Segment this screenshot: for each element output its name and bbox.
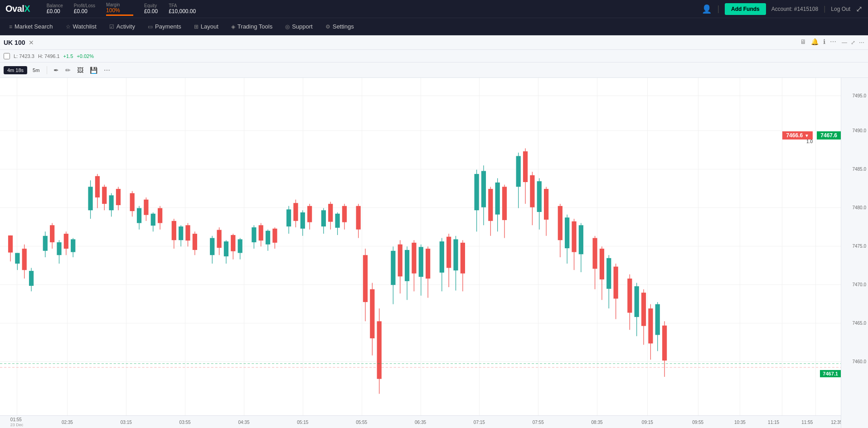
bid-label: 7466.6 ▼ (782, 131, 813, 139)
sidebar-item-market-search[interactable]: ≡ Market Search (4, 20, 58, 33)
time-label-0: 01:5523 Dec (10, 417, 24, 427)
user-icon[interactable]: 👤 (702, 4, 712, 14)
draw-tool-button[interactable]: ✏ (63, 66, 73, 75)
top-header: OvalX Balance £0.00 Profit/Loss £0.00 Ma… (0, 0, 868, 18)
chart-minimize-button[interactable]: — (842, 39, 847, 46)
svg-rect-87 (377, 321, 382, 379)
margin-stat: Margin 100% (106, 2, 133, 16)
price-7490: 7490.0 (852, 128, 866, 133)
chart-corner-controls: 🖥 🔔 ℹ ⋯ (800, 38, 836, 45)
svg-rect-93 (405, 250, 409, 281)
price-7495: 7495.0 (852, 93, 866, 98)
chart-close-button[interactable]: ✕ (29, 39, 34, 46)
svg-rect-135 (579, 225, 583, 254)
sidebar-item-payments[interactable]: ▭ Payments (142, 20, 187, 33)
timeframe-5m-button[interactable]: 5m (30, 66, 42, 74)
chart-bell-icon[interactable]: 🔔 (811, 38, 819, 45)
svg-rect-105 (453, 239, 458, 270)
svg-rect-89 (391, 251, 395, 285)
svg-rect-33 (144, 200, 148, 215)
svg-rect-121 (523, 151, 528, 182)
svg-rect-141 (606, 258, 611, 289)
layout-icon: ⊞ (194, 24, 199, 30)
price-7475: 7475.0 (852, 244, 866, 249)
svg-rect-151 (648, 308, 653, 343)
time-label-12: 09:55 (692, 419, 703, 424)
chart-more-icon[interactable]: ⋯ (830, 38, 836, 45)
chart-info-icon[interactable]: ℹ (823, 38, 825, 45)
save-tool-button[interactable]: 💾 (88, 66, 99, 75)
chart-symbol: UK 100 (4, 39, 25, 46)
svg-rect-77 (335, 214, 339, 228)
chart-maximize-button[interactable]: ⤢ (851, 39, 855, 46)
chart-toolbar: 4m 18s 5m ✒ ✏ 🖼 💾 ⋯ (0, 63, 868, 78)
more-tools-button[interactable]: ⋯ (102, 66, 112, 75)
chart-more-button[interactable]: ⋯ (859, 39, 864, 46)
svg-rect-61 (266, 231, 270, 244)
image-tool-button[interactable]: 🖼 (75, 66, 85, 75)
svg-rect-133 (572, 221, 576, 252)
activity-icon: ☑ (109, 24, 114, 30)
chart-monitor-icon[interactable]: 🖥 (800, 38, 806, 45)
header-separator: | (717, 4, 719, 14)
svg-rect-5 (22, 249, 27, 270)
svg-rect-97 (419, 247, 423, 277)
svg-rect-13 (57, 242, 61, 255)
logout-button[interactable]: Log Out (831, 6, 850, 12)
balance-label: Balance (47, 3, 63, 8)
svg-rect-99 (426, 249, 430, 279)
price-7465: 7465.0 (852, 321, 866, 326)
margin-label: Margin (106, 2, 120, 7)
time-label-2: 03:15 (121, 419, 132, 424)
svg-rect-21 (95, 176, 100, 197)
svg-rect-59 (259, 225, 263, 240)
margin-value: 100% (106, 7, 120, 14)
time-label-15: 11:55 (801, 419, 813, 424)
chart-visible-checkbox[interactable] (4, 53, 10, 59)
add-funds-button[interactable]: Add Funds (725, 3, 766, 15)
svg-rect-131 (565, 217, 569, 248)
support-label: Support (292, 23, 313, 30)
svg-rect-37 (158, 208, 162, 223)
ask-price: 7467.6 (820, 132, 837, 139)
balance-stat: Balance £0.00 (47, 3, 63, 14)
sidebar-item-watchlist[interactable]: ☆ Watchlist (60, 20, 102, 33)
svg-rect-123 (530, 175, 534, 207)
svg-rect-41 (179, 226, 183, 240)
support-icon: ◎ (285, 24, 290, 30)
time-label-4: 04:35 (238, 419, 249, 424)
svg-rect-119 (516, 156, 521, 187)
sidebar-item-settings[interactable]: ⚙ Settings (320, 20, 359, 33)
svg-rect-43 (185, 225, 190, 240)
sidebar-item-support[interactable]: ◎ Support (280, 20, 318, 33)
svg-rect-147 (635, 286, 639, 317)
chart-canvas-area[interactable]: .candle-bull { fill: #26a69a; } .candle-… (0, 78, 841, 428)
tfa-value: £10,000.00 (169, 8, 196, 14)
sidebar-item-layout[interactable]: ⊞ Layout (189, 20, 224, 33)
price-7480: 7480.0 (852, 205, 866, 210)
chart-subtitle: L: 7423.3 H: 7496.1 +1.5 +0.02% 🖥 🔔 ℹ ⋯ (0, 50, 868, 63)
sidebar-item-activity[interactable]: ☑ Activity (104, 20, 141, 33)
margin-bar-fill (106, 14, 133, 16)
time-label-14: 11:15 (768, 419, 779, 424)
pen-tool-button[interactable]: ✒ (52, 66, 61, 75)
time-label-11: 09:15 (642, 419, 653, 424)
ask-label: 7467.6 (817, 131, 841, 139)
svg-rect-81 (356, 206, 360, 230)
chart-change-pct: +0.02% (77, 53, 94, 59)
svg-rect-19 (88, 187, 92, 210)
svg-rect-3 (15, 253, 19, 264)
chart-low: L: 7423.3 (14, 53, 34, 59)
profit-loss-label: Profit/Loss (74, 3, 95, 8)
expand-button[interactable]: ⤢ (856, 4, 863, 14)
svg-rect-73 (321, 210, 326, 226)
header-stats: Balance £0.00 Profit/Loss £0.00 Margin 1… (47, 2, 196, 16)
price-7460: 7460.0 (852, 359, 866, 364)
equity-stat: Equity £0.00 (144, 3, 158, 14)
timeframe-active[interactable]: 4m 18s (4, 66, 27, 74)
activity-label: Activity (116, 23, 135, 30)
settings-icon: ⚙ (325, 24, 330, 30)
price-7470: 7470.0 (852, 282, 866, 287)
svg-rect-129 (558, 206, 563, 240)
sidebar-item-trading-tools[interactable]: ◈ Trading Tools (226, 20, 278, 33)
